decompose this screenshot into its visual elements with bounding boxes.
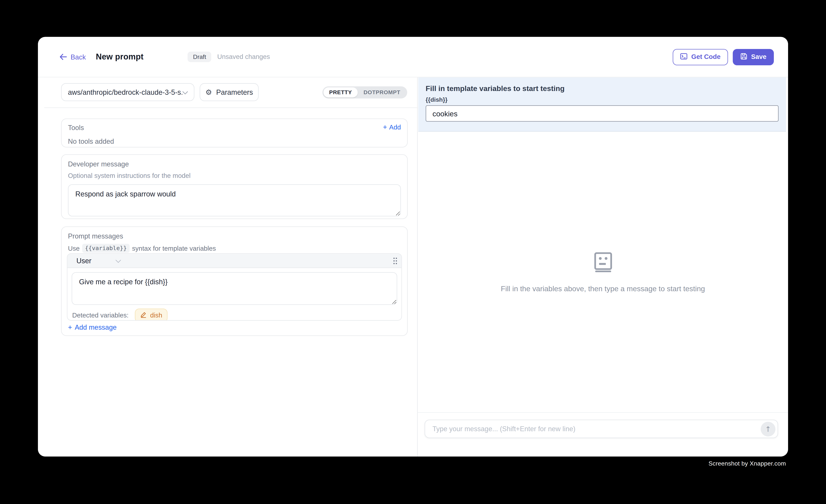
template-variables-box: Fill in template variables to start test… [418, 77, 786, 132]
variable-chip-dish[interactable]: dish [135, 309, 168, 321]
get-code-label: Get Code [691, 53, 720, 60]
status-badge: Draft [188, 52, 212, 62]
developer-message-subtitle: Optional system instructions for the mod… [68, 172, 401, 180]
variable-syntax-chip: {{variable}} [82, 244, 129, 253]
header-actions: Get Code Save [673, 49, 774, 65]
prompt-message-card: User [67, 253, 402, 321]
terminal-icon [680, 52, 688, 61]
add-tool-button[interactable]: + Add [383, 124, 401, 131]
back-arrow-icon [60, 54, 67, 60]
message-textarea[interactable]: Give me a recipe for {{dish}} [72, 272, 397, 305]
variable-value-input[interactable] [426, 105, 778, 122]
hint-suffix: syntax for template variables [132, 245, 216, 252]
hint-prefix: Use [68, 245, 79, 252]
developer-message-textarea[interactable]: Respond as jack sparrow would [68, 184, 401, 216]
variable-name-label: {{dish}} [426, 97, 778, 103]
message-body: Give me a recipe for {{dish}} Detected v… [67, 268, 401, 321]
parameters-button[interactable]: Parameters [200, 83, 259, 101]
toggle-option-pretty[interactable]: PRETTY [323, 87, 358, 97]
unsaved-changes-note: Unsaved changes [217, 53, 270, 60]
model-toolbar: aws/anthropic/bedrock-claude-3-5-s... Pa… [61, 83, 407, 101]
header: Back New prompt Draft Unsaved changes Ge… [38, 37, 788, 77]
template-syntax-hint: Use {{variable}} syntax for template var… [68, 244, 401, 253]
window-content: aws/anthropic/bedrock-claude-3-5-s... Pa… [38, 77, 788, 456]
get-code-button[interactable]: Get Code [673, 49, 728, 65]
developer-message-title: Developer message [68, 160, 401, 168]
back-button[interactable]: Back [60, 53, 86, 61]
chat-empty-state: Fill in the variables above, then type a… [418, 132, 788, 412]
tools-empty-text: No tools added [68, 137, 401, 145]
tools-header: Tools + Add [68, 124, 401, 132]
save-disk-icon [740, 52, 747, 61]
gear-icon [205, 87, 212, 97]
empty-state-message: Fill in the variables above, then type a… [501, 284, 705, 293]
add-message-label: Add message [75, 323, 117, 331]
watermark-text: Screenshot by Xnapper.com [708, 460, 786, 467]
screenshot-stage: Back New prompt Draft Unsaved changes Ge… [0, 0, 826, 504]
variable-chip-label: dish [150, 312, 162, 319]
detected-variables-label: Detected variables: [72, 312, 128, 319]
plus-icon: + [383, 124, 387, 131]
save-button[interactable]: Save [733, 49, 774, 65]
add-tool-label: Add [389, 124, 401, 131]
developer-message-section: Developer message Optional system instru… [61, 154, 408, 219]
chevron-down-icon [182, 87, 188, 97]
tools-title: Tools [68, 124, 84, 132]
model-selector[interactable]: aws/anthropic/bedrock-claude-3-5-s... [61, 83, 194, 101]
composer-divider [418, 412, 788, 413]
prompt-tester-panel: Fill in template variables to start test… [417, 77, 788, 456]
parameters-label: Parameters [216, 88, 253, 96]
model-selector-value: aws/anthropic/bedrock-claude-3-5-s... [68, 88, 182, 96]
tools-section: Tools + Add No tools added [61, 118, 408, 147]
prompt-messages-section: Prompt messages Use {{variable}} syntax … [61, 227, 408, 336]
pencil-icon [140, 311, 147, 320]
page-title: New prompt [96, 52, 143, 62]
add-message-button[interactable]: + Add message [68, 323, 117, 331]
toolbar-divider [44, 107, 417, 108]
variables-box-title: Fill in template variables to start test… [426, 84, 778, 93]
chevron-down-icon[interactable] [115, 256, 121, 265]
chat-message-input[interactable] [425, 425, 761, 433]
plus-icon: + [68, 324, 72, 331]
prompt-editor-window: Back New prompt Draft Unsaved changes Ge… [38, 37, 788, 456]
send-arrow-button[interactable] [761, 422, 775, 436]
toggle-option-dotprompt[interactable]: DOTPROMPT [358, 87, 406, 97]
chat-composer [425, 420, 778, 438]
role-select-value[interactable]: User [76, 257, 92, 265]
prompt-messages-title: Prompt messages [68, 232, 401, 240]
drag-handle-icon[interactable] [393, 257, 398, 265]
back-label: Back [71, 53, 86, 61]
prompt-editor-panel: aws/anthropic/bedrock-claude-3-5-s... Pa… [38, 77, 417, 456]
detected-variables-row: Detected variables: dish [72, 309, 397, 321]
robot-face-icon [594, 252, 612, 274]
save-label: Save [751, 53, 766, 60]
message-role-header: User [67, 254, 401, 268]
format-toggle: PRETTY DOTPROMPT [322, 86, 407, 98]
